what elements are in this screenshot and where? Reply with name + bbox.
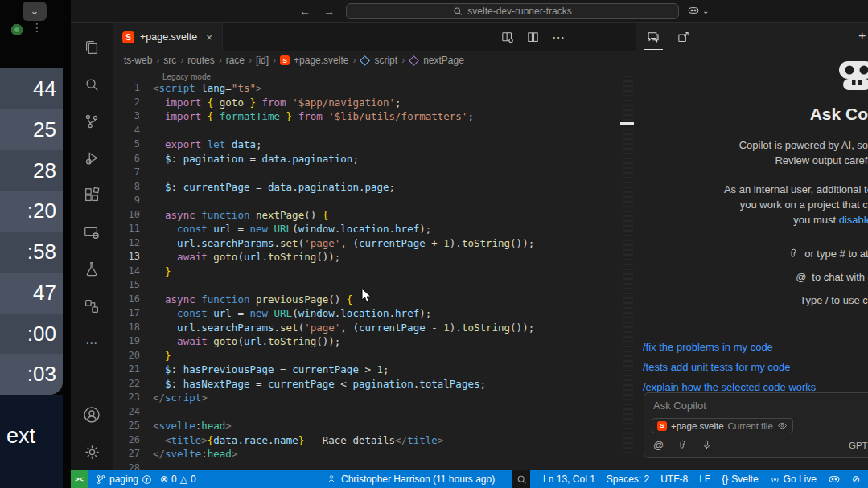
code-line[interactable]: 28 xyxy=(113,461,619,471)
open-changes-icon[interactable] xyxy=(500,31,514,44)
prompt-fix-link[interactable]: /fix the problems in my code xyxy=(643,341,868,353)
code-line[interactable]: 6 $: pagination = data.pagination; xyxy=(113,152,619,166)
code-line[interactable]: 26 <title>{data.race.name} - Race detail… xyxy=(113,433,619,448)
time-row[interactable]: 47 xyxy=(0,273,63,314)
line-number: 2 xyxy=(113,96,140,110)
tab-close-icon[interactable]: × xyxy=(206,31,212,43)
time-row[interactable]: 44 xyxy=(0,68,63,109)
copilot-menu-button[interactable]: ⌄ xyxy=(687,4,709,17)
breadcrumb-item[interactable]: nextPage xyxy=(423,55,464,66)
code-line[interactable]: 22 $: hasNextPage = currentPage < pagina… xyxy=(113,377,619,392)
breadcrumb-item[interactable]: ts-web xyxy=(124,55,152,66)
tab-page-svelte[interactable]: S +page.svelte × xyxy=(113,23,223,51)
formatter-blocked-icon[interactable]: ⊘ xyxy=(852,474,860,485)
breadcrumb-item[interactable]: race xyxy=(226,55,245,66)
account-icon[interactable] xyxy=(71,396,113,433)
collapse-chevron-button[interactable]: ⌄ xyxy=(23,2,47,21)
split-editor-icon[interactable] xyxy=(526,31,540,44)
branch-indicator[interactable]: paging xyxy=(96,474,152,485)
code-line[interactable]: 27</svelte:head> xyxy=(113,447,619,461)
code-line[interactable]: 21 $: hasPreviousPage = currentPage > 1; xyxy=(113,363,619,377)
code-line[interactable]: 20 } xyxy=(113,349,619,363)
overlay-zoom-tool[interactable] xyxy=(512,470,530,488)
chat-tab-icon[interactable] xyxy=(646,30,660,44)
code-line[interactable]: 3 import { formatTime } from '$lib/utils… xyxy=(113,109,619,124)
breadcrumb-item[interactable]: src xyxy=(163,55,176,66)
time-row[interactable]: :03 xyxy=(0,354,63,395)
code-line[interactable]: 10 async function nextPage() { xyxy=(113,208,619,223)
code-editor[interactable]: Legacy mode 1<script lang="ts">2 import … xyxy=(113,69,619,470)
run-debug-icon[interactable] xyxy=(71,140,113,177)
code-line[interactable]: 23</script> xyxy=(113,391,619,405)
code-line[interactable]: 13 await goto(url.toString()); xyxy=(113,250,619,265)
code-line[interactable]: 11 const url = new URL(window.location.h… xyxy=(113,222,619,236)
code-line[interactable]: 17 const url = new URL(window.location.h… xyxy=(113,306,619,321)
breadcrumb-item[interactable]: [id] xyxy=(256,55,269,66)
mention-icon[interactable]: @ xyxy=(653,439,664,451)
settings-gear-icon[interactable] xyxy=(71,433,113,470)
copilot-status-icon[interactable] xyxy=(828,473,841,486)
indentation-indicator[interactable]: Spaces: 2 xyxy=(607,474,649,485)
code-line[interactable]: 14 } xyxy=(113,265,619,279)
chat-input-box[interactable]: Ask Copilot S +page.svelte Current file … xyxy=(644,392,868,458)
git-blame-indicator[interactable]: Christopher Harrison (11 hours ago) xyxy=(327,474,495,485)
model-selector[interactable]: GPT xyxy=(849,441,868,450)
eol-indicator[interactable]: LF xyxy=(699,474,710,485)
editor-group: S +page.svelte × ⋯ ts-web›src›routes›rac… xyxy=(113,23,636,470)
go-live-button[interactable]: Go Live xyxy=(770,474,817,485)
remote-indicator[interactable]: >< xyxy=(71,470,88,488)
source-control-icon[interactable] xyxy=(71,103,113,140)
code-line[interactable]: 4 xyxy=(113,124,619,138)
breadcrumb-item[interactable]: +page.svelte xyxy=(294,55,348,66)
time-row[interactable]: :20 xyxy=(0,191,63,232)
code-line[interactable]: 24 xyxy=(113,405,619,420)
more-views-icon[interactable]: ⋯ xyxy=(71,325,113,362)
time-row[interactable]: 28 xyxy=(0,150,63,191)
line-col-indicator[interactable]: Ln 13, Col 1 xyxy=(543,474,595,485)
more-actions-icon[interactable]: ⋯ xyxy=(552,30,565,45)
language-indicator[interactable]: {} Svelte xyxy=(722,474,758,485)
mic-icon[interactable] xyxy=(701,440,712,450)
prompt-tests-link[interactable]: /tests add unit tests for my code xyxy=(643,361,868,373)
time-row[interactable]: :00 xyxy=(0,314,63,355)
minimap[interactable] xyxy=(619,69,636,470)
code-line[interactable]: 8 $: currentPage = data.pagination.page; xyxy=(113,180,619,195)
nav-forward-icon[interactable]: → xyxy=(323,5,335,18)
attach-paperclip-icon[interactable] xyxy=(677,440,688,450)
code-line[interactable]: 9 xyxy=(113,194,619,208)
code-line[interactable]: 25<svelte:head> xyxy=(113,419,619,433)
references-icon[interactable] xyxy=(71,288,113,325)
svelte-file-icon: S xyxy=(280,55,290,65)
line-number: 9 xyxy=(113,194,140,208)
new-chat-plus-icon[interactable]: + xyxy=(858,29,866,43)
code-line[interactable]: 19 await goto(url.toString()); xyxy=(113,334,619,349)
kebab-menu-icon[interactable]: ⋮ xyxy=(31,22,43,33)
testing-icon[interactable] xyxy=(71,251,113,288)
extensions-icon[interactable] xyxy=(71,177,113,214)
code-line[interactable]: 12 url.searchParams.set('page', (current… xyxy=(113,236,619,251)
code-line[interactable]: 1<script lang="ts"> xyxy=(113,81,619,96)
disable-telemetry-link[interactable]: disable telemetry. xyxy=(839,214,868,226)
breadcrumb-item[interactable]: script xyxy=(374,55,397,66)
codelens-label[interactable]: Legacy mode xyxy=(162,72,619,81)
explorer-icon[interactable] xyxy=(71,29,113,66)
code-line[interactable]: 7 xyxy=(113,166,619,180)
minimap-slider[interactable] xyxy=(620,122,634,125)
time-row[interactable]: :58 xyxy=(0,232,63,273)
next-button-area[interactable]: ext xyxy=(0,395,63,488)
code-line[interactable]: 2 import { goto } from '$app/navigation'… xyxy=(113,96,619,110)
encoding-indicator[interactable]: UTF-8 xyxy=(660,474,688,485)
command-center-search[interactable]: svelte-dev-runner-tracks xyxy=(346,3,679,19)
code-line[interactable]: 5 export let data; xyxy=(113,137,619,152)
code-line[interactable]: 18 url.searchParams.set('page', (current… xyxy=(113,321,619,335)
context-chip[interactable]: S +page.svelte Current file xyxy=(652,418,793,433)
new-chat-editor-icon[interactable] xyxy=(677,31,690,44)
remote-explorer-icon[interactable] xyxy=(71,214,113,251)
prompt-explain-link[interactable]: /explain how the selected code works xyxy=(643,381,868,393)
breadcrumb-item[interactable]: routes xyxy=(187,55,214,66)
time-row[interactable]: 25 xyxy=(0,109,63,150)
problems-indicator[interactable]: ⊗ 0 △ 0 xyxy=(160,474,196,485)
search-icon[interactable] xyxy=(71,66,113,103)
eye-icon[interactable] xyxy=(777,420,788,431)
nav-back-icon[interactable]: ← xyxy=(299,5,311,18)
